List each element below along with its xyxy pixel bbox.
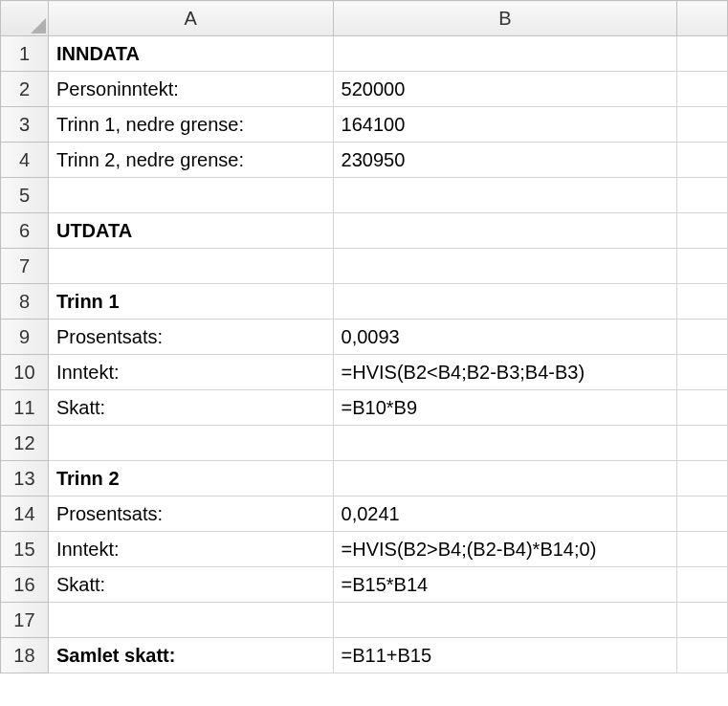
cell-a2[interactable]: Personinntekt: — [48, 72, 333, 107]
row-18: 18 Samlet skatt: =B11+B15 — [1, 638, 728, 673]
row-header-6[interactable]: 6 — [1, 213, 49, 249]
cell-b1[interactable] — [333, 36, 677, 72]
row-header-10[interactable]: 10 — [1, 355, 49, 390]
row-6: 6 UTDATA — [1, 213, 728, 249]
cell-a6[interactable]: UTDATA — [48, 213, 333, 249]
row-12: 12 — [1, 426, 728, 461]
row-3: 3 Trinn 1, nedre grense: 164100 — [1, 107, 728, 143]
cell-a17[interactable] — [48, 603, 333, 638]
cell-b8[interactable] — [333, 284, 677, 320]
cell-c5[interactable] — [677, 178, 728, 213]
row-14: 14 Prosentsats: 0,0241 — [1, 496, 728, 532]
row-8: 8 Trinn 1 — [1, 284, 728, 320]
cell-a15[interactable]: Inntekt: — [48, 532, 333, 567]
cell-c11[interactable] — [677, 390, 728, 426]
cell-a14[interactable]: Prosentsats: — [48, 496, 333, 532]
cell-a8[interactable]: Trinn 1 — [48, 284, 333, 320]
spreadsheet-grid: A B 1 INNDATA 2 Personinntekt: 520000 3 … — [0, 0, 728, 673]
cell-a18[interactable]: Samlet skatt: — [48, 638, 333, 673]
cell-a4[interactable]: Trinn 2, nedre grense: — [48, 143, 333, 178]
cell-a3[interactable]: Trinn 1, nedre grense: — [48, 107, 333, 143]
cell-a9[interactable]: Prosentsats: — [48, 320, 333, 355]
cell-b4[interactable]: 230950 — [333, 143, 677, 178]
cell-c10[interactable] — [677, 355, 728, 390]
row-5: 5 — [1, 178, 728, 213]
cell-b2[interactable]: 520000 — [333, 72, 677, 107]
row-header-8[interactable]: 8 — [1, 284, 49, 320]
cell-b14[interactable]: 0,0241 — [333, 496, 677, 532]
column-header-row: A B — [1, 1, 728, 36]
row-10: 10 Inntekt: =HVIS(B2<B4;B2-B3;B4-B3) — [1, 355, 728, 390]
cell-a5[interactable] — [48, 178, 333, 213]
cell-a13[interactable]: Trinn 2 — [48, 461, 333, 496]
row-16: 16 Skatt: =B15*B14 — [1, 567, 728, 603]
row-1: 1 INNDATA — [1, 36, 728, 72]
cell-c18[interactable] — [677, 638, 728, 673]
row-header-12[interactable]: 12 — [1, 426, 49, 461]
cell-c1[interactable] — [677, 36, 728, 72]
row-13: 13 Trinn 2 — [1, 461, 728, 496]
cell-a16[interactable]: Skatt: — [48, 567, 333, 603]
column-header-b[interactable]: B — [333, 1, 677, 36]
row-header-15[interactable]: 15 — [1, 532, 49, 567]
cell-a10[interactable]: Inntekt: — [48, 355, 333, 390]
cell-b9[interactable]: 0,0093 — [333, 320, 677, 355]
cell-c9[interactable] — [677, 320, 728, 355]
row-header-14[interactable]: 14 — [1, 496, 49, 532]
row-header-16[interactable]: 16 — [1, 567, 49, 603]
cell-c4[interactable] — [677, 143, 728, 178]
cell-a1[interactable]: INNDATA — [48, 36, 333, 72]
cell-b15[interactable]: =HVIS(B2>B4;(B2-B4)*B14;0) — [333, 532, 677, 567]
row-header-13[interactable]: 13 — [1, 461, 49, 496]
cell-a7[interactable] — [48, 249, 333, 284]
cell-c17[interactable] — [677, 603, 728, 638]
row-4: 4 Trinn 2, nedre grense: 230950 — [1, 143, 728, 178]
row-header-1[interactable]: 1 — [1, 36, 49, 72]
row-11: 11 Skatt: =B10*B9 — [1, 390, 728, 426]
cell-b7[interactable] — [333, 249, 677, 284]
cell-c8[interactable] — [677, 284, 728, 320]
row-header-18[interactable]: 18 — [1, 638, 49, 673]
cell-b3[interactable]: 164100 — [333, 107, 677, 143]
row-7: 7 — [1, 249, 728, 284]
cell-c12[interactable] — [677, 426, 728, 461]
cell-b18[interactable]: =B11+B15 — [333, 638, 677, 673]
cell-c7[interactable] — [677, 249, 728, 284]
row-header-4[interactable]: 4 — [1, 143, 49, 178]
row-9: 9 Prosentsats: 0,0093 — [1, 320, 728, 355]
column-header-c[interactable] — [677, 1, 728, 36]
cell-a12[interactable] — [48, 426, 333, 461]
row-header-17[interactable]: 17 — [1, 603, 49, 638]
cell-c2[interactable] — [677, 72, 728, 107]
cell-b16[interactable]: =B15*B14 — [333, 567, 677, 603]
row-15: 15 Inntekt: =HVIS(B2>B4;(B2-B4)*B14;0) — [1, 532, 728, 567]
cell-b13[interactable] — [333, 461, 677, 496]
row-header-5[interactable]: 5 — [1, 178, 49, 213]
cell-b11[interactable]: =B10*B9 — [333, 390, 677, 426]
row-2: 2 Personinntekt: 520000 — [1, 72, 728, 107]
cell-b5[interactable] — [333, 178, 677, 213]
row-header-9[interactable]: 9 — [1, 320, 49, 355]
cell-c13[interactable] — [677, 461, 728, 496]
cell-b12[interactable] — [333, 426, 677, 461]
row-header-2[interactable]: 2 — [1, 72, 49, 107]
cell-b6[interactable] — [333, 213, 677, 249]
cell-b10[interactable]: =HVIS(B2<B4;B2-B3;B4-B3) — [333, 355, 677, 390]
row-17: 17 — [1, 603, 728, 638]
cell-c16[interactable] — [677, 567, 728, 603]
cell-c3[interactable] — [677, 107, 728, 143]
cell-c14[interactable] — [677, 496, 728, 532]
cell-c15[interactable] — [677, 532, 728, 567]
select-all-corner[interactable] — [1, 1, 49, 36]
cell-a11[interactable]: Skatt: — [48, 390, 333, 426]
column-header-a[interactable]: A — [48, 1, 333, 36]
cell-c6[interactable] — [677, 213, 728, 249]
row-header-7[interactable]: 7 — [1, 249, 49, 284]
cell-b17[interactable] — [333, 603, 677, 638]
row-header-3[interactable]: 3 — [1, 107, 49, 143]
row-header-11[interactable]: 11 — [1, 390, 49, 426]
